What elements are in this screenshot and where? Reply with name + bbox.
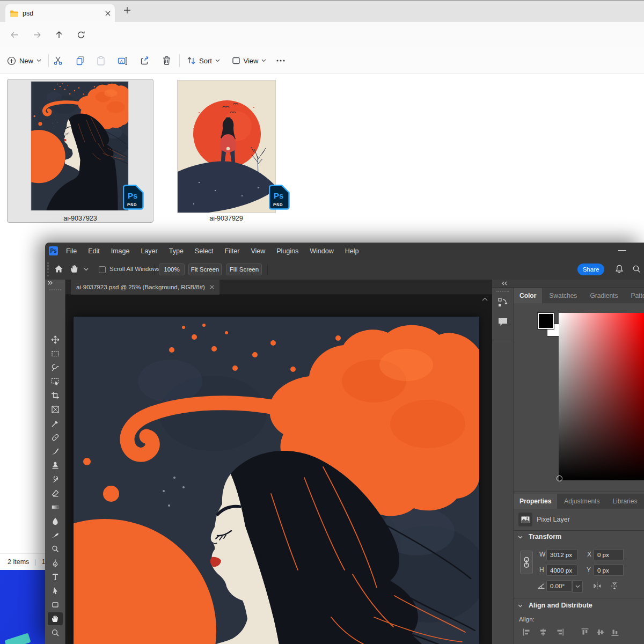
healing-brush-tool[interactable] xyxy=(48,431,63,444)
align-top-edges-icon[interactable] xyxy=(581,628,589,636)
brush-tool[interactable] xyxy=(48,445,63,458)
path-selection-tool[interactable] xyxy=(48,584,63,597)
flip-horizontal-icon[interactable] xyxy=(593,582,602,590)
dodge-tool[interactable] xyxy=(48,543,63,555)
align-right-edges-icon[interactable] xyxy=(555,628,564,636)
menu-edit[interactable]: Edit xyxy=(85,246,103,257)
color-picker-handle[interactable] xyxy=(557,475,562,481)
tab-adjustments[interactable]: Adjustments xyxy=(558,494,605,509)
fill-screen-button[interactable]: Fill Screen xyxy=(226,264,262,275)
new-button[interactable]: New xyxy=(5,52,43,69)
share-file-button[interactable] xyxy=(136,52,153,69)
document-tab-title: ai-9037923.psd @ 25% (Background, RGB/8#… xyxy=(76,284,205,290)
refresh-button[interactable] xyxy=(72,26,90,43)
comments-panel-icon[interactable] xyxy=(497,317,508,327)
marquee-tool[interactable] xyxy=(48,347,63,360)
menu-help[interactable]: Help xyxy=(342,246,362,257)
document-close-icon[interactable] xyxy=(210,285,214,289)
crop-tool[interactable] xyxy=(48,389,63,402)
hand-tool-selected[interactable] xyxy=(48,612,63,625)
home-icon[interactable] xyxy=(54,265,63,273)
menu-file[interactable]: File xyxy=(63,246,79,257)
view-button[interactable]: View xyxy=(228,52,270,69)
link-dimensions-icon[interactable] xyxy=(520,551,533,574)
history-brush-tool[interactable] xyxy=(48,473,63,486)
panel-collapse-bar[interactable] xyxy=(492,280,644,288)
align-collapse-icon[interactable] xyxy=(518,604,523,608)
pen-tool[interactable] xyxy=(48,557,63,569)
canvas-artwork[interactable] xyxy=(74,317,479,644)
align-horizontal-centers-icon[interactable] xyxy=(539,628,547,636)
width-input[interactable] xyxy=(546,549,577,560)
height-input[interactable] xyxy=(546,565,577,576)
smudge-tool[interactable] xyxy=(48,529,63,541)
dock-grip xyxy=(496,291,509,292)
up-button[interactable] xyxy=(50,26,68,43)
angle-dropdown-icon[interactable] xyxy=(572,580,583,592)
sort-button[interactable]: Sort xyxy=(182,52,224,69)
y-input[interactable] xyxy=(594,565,624,576)
menu-filter[interactable]: Filter xyxy=(222,246,243,257)
copy-button[interactable] xyxy=(72,52,89,69)
fit-screen-button[interactable]: Fit Screen xyxy=(188,264,222,275)
menu-type[interactable]: Type xyxy=(166,246,186,257)
zoom-tool[interactable] xyxy=(48,626,63,639)
scroll-all-windows-checkbox[interactable] xyxy=(99,266,106,273)
forward-button[interactable] xyxy=(28,26,46,43)
lasso-tool[interactable] xyxy=(48,361,63,374)
frame-tool[interactable] xyxy=(48,403,63,416)
shape-tool[interactable] xyxy=(48,598,63,611)
hand-tool-chevron-icon[interactable] xyxy=(84,268,89,271)
tab-color[interactable]: Color xyxy=(514,288,542,303)
delete-button[interactable] xyxy=(158,52,175,69)
cut-button[interactable] xyxy=(49,52,67,69)
menu-plugins[interactable]: Plugins xyxy=(274,246,301,257)
rename-button[interactable]: A xyxy=(114,52,131,69)
menu-layer[interactable]: Layer xyxy=(138,246,160,257)
tab-libraries[interactable]: Libraries xyxy=(606,494,643,509)
menu-image[interactable]: Image xyxy=(108,246,133,257)
tools-collapse-icon[interactable] xyxy=(45,281,65,288)
minimize-button[interactable] xyxy=(618,250,626,251)
transform-collapse-icon[interactable] xyxy=(518,536,523,539)
tab-close-icon[interactable] xyxy=(105,11,111,16)
tab-patterns[interactable]: Patterns xyxy=(625,288,644,303)
color-picker-field[interactable] xyxy=(559,313,644,480)
tab-properties[interactable]: Properties xyxy=(514,494,557,509)
explorer-tab[interactable]: psd xyxy=(5,4,115,22)
notifications-bell-icon[interactable] xyxy=(615,265,624,274)
menu-select[interactable]: Select xyxy=(192,246,216,257)
rotation-angle-input[interactable] xyxy=(546,580,572,591)
tab-gradients[interactable]: Gradients xyxy=(584,288,624,303)
align-bottom-edges-icon[interactable] xyxy=(611,628,619,636)
new-tab-button[interactable] xyxy=(123,6,131,14)
history-panel-icon[interactable] xyxy=(497,297,508,308)
more-tools-icon[interactable] xyxy=(48,640,63,644)
object-selection-tool[interactable] xyxy=(48,375,63,388)
document-tab[interactable]: ai-9037923.psd @ 25% (Background, RGB/8#… xyxy=(71,280,219,295)
menu-window[interactable]: Window xyxy=(307,246,336,257)
more-options-icon[interactable] xyxy=(273,52,289,69)
blur-tool[interactable] xyxy=(48,515,63,528)
tab-swatches[interactable]: Swatches xyxy=(543,288,583,303)
file-thumbnail xyxy=(178,80,275,213)
x-input[interactable] xyxy=(594,549,624,560)
eraser-tool[interactable] xyxy=(48,487,63,500)
menu-view[interactable]: View xyxy=(248,246,268,257)
gradient-tool[interactable] xyxy=(48,501,63,514)
type-tool[interactable] xyxy=(48,570,63,583)
flip-vertical-icon[interactable] xyxy=(610,582,619,590)
eyedropper-tool[interactable] xyxy=(48,417,63,430)
move-tool[interactable] xyxy=(48,333,63,346)
file-item[interactable]: Ps PSD ai-9037929 xyxy=(158,79,294,223)
align-vertical-centers-icon[interactable] xyxy=(596,628,605,636)
clone-stamp-tool[interactable] xyxy=(48,459,63,472)
zoom-100-button[interactable]: 100% xyxy=(159,264,185,275)
search-icon[interactable] xyxy=(632,265,641,273)
file-item-selected[interactable]: Ps PSD ai-9037923 xyxy=(7,79,153,223)
back-button[interactable] xyxy=(6,26,23,43)
hand-tool-options-icon[interactable] xyxy=(70,264,79,274)
share-button[interactable]: Share xyxy=(577,264,604,275)
align-left-edges-icon[interactable] xyxy=(523,628,531,636)
canvas-scrollbar-up-icon[interactable] xyxy=(482,297,488,301)
